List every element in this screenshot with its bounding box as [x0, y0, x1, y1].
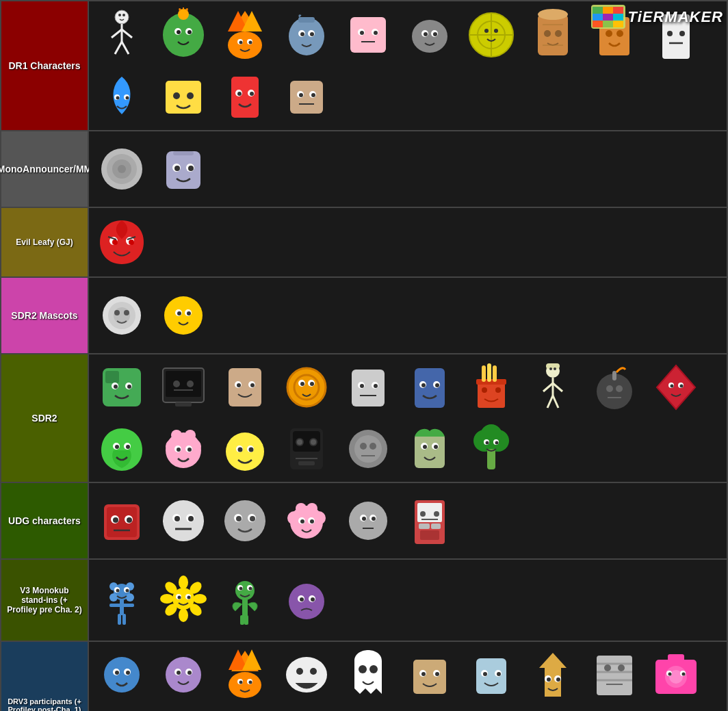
tiermaker-logo-text: TiERMAKER — [628, 8, 723, 26]
list-item — [461, 357, 521, 417]
svg-rect-151 — [546, 363, 560, 369]
svg-rect-248 — [419, 523, 430, 529]
svg-point-168 — [680, 385, 684, 388]
list-item — [400, 645, 460, 705]
svg-rect-249 — [431, 523, 441, 529]
svg-point-55 — [538, 9, 568, 20]
list-item — [153, 139, 213, 199]
svg-point-279 — [178, 596, 181, 599]
list-item — [400, 419, 460, 479]
list-item — [215, 491, 275, 551]
svg-point-20 — [177, 30, 181, 34]
svg-point-52 — [484, 29, 489, 33]
list-item — [276, 5, 337, 65]
tier-content-dr1: TiERMAKER — [89, 1, 727, 130]
svg-point-336 — [604, 664, 611, 671]
svg-point-196 — [354, 435, 382, 463]
list-item — [153, 645, 213, 705]
svg-line-155 — [547, 396, 553, 408]
svg-point-43 — [412, 20, 447, 53]
list-item — [400, 706, 460, 711]
svg-rect-250 — [420, 530, 439, 540]
svg-point-262 — [109, 593, 118, 602]
svg-rect-92 — [173, 151, 194, 155]
svg-rect-146 — [487, 363, 491, 382]
list-item — [276, 419, 337, 479]
svg-point-294 — [104, 657, 140, 693]
svg-point-293 — [311, 597, 315, 602]
list-item — [461, 706, 521, 711]
svg-point-192 — [311, 439, 316, 445]
list-item — [92, 139, 152, 199]
svg-rect-138 — [415, 368, 445, 408]
list-item — [276, 357, 337, 417]
svg-point-162 — [616, 385, 623, 392]
svg-rect-342 — [668, 654, 684, 662]
svg-point-346 — [682, 673, 686, 676]
tier-content-v3 — [89, 560, 727, 641]
svg-rect-1 — [603, 7, 613, 14]
svg-point-107 — [177, 311, 181, 315]
svg-point-207 — [480, 424, 502, 446]
svg-point-181 — [187, 448, 192, 452]
list-item — [338, 357, 398, 417]
svg-point-220 — [163, 500, 204, 541]
list-item — [276, 67, 337, 127]
list-item — [92, 285, 152, 346]
svg-point-135 — [360, 384, 364, 388]
svg-point-31 — [289, 17, 324, 55]
list-item — [215, 357, 275, 417]
svg-rect-259 — [122, 614, 126, 625]
svg-point-76 — [237, 92, 242, 96]
svg-rect-73 — [231, 77, 259, 118]
svg-point-30 — [249, 40, 252, 44]
list-item — [461, 645, 521, 705]
list-item — [92, 357, 152, 417]
svg-point-217 — [113, 517, 118, 523]
list-item — [153, 5, 213, 65]
tier-content-sdr2 — [89, 354, 727, 482]
svg-point-41 — [374, 31, 378, 35]
list-item — [523, 5, 583, 65]
list-item: 8 — [215, 706, 275, 711]
list-item — [338, 706, 398, 711]
list-item — [646, 645, 706, 705]
svg-point-157 — [549, 367, 552, 370]
svg-rect-117 — [175, 402, 192, 406]
svg-point-86 — [118, 165, 126, 173]
list-item — [276, 570, 337, 630]
svg-point-315 — [359, 665, 367, 673]
svg-point-266 — [116, 589, 120, 593]
list-item — [338, 5, 398, 65]
svg-point-118 — [173, 380, 180, 387]
svg-point-46 — [424, 32, 428, 36]
tier-content-udg — [89, 483, 727, 558]
svg-point-34 — [300, 32, 304, 36]
svg-point-251 — [420, 511, 426, 517]
svg-point-310 — [239, 681, 243, 684]
list-item — [338, 419, 398, 479]
svg-rect-87 — [166, 151, 200, 189]
svg-point-313 — [296, 668, 303, 675]
svg-point-40 — [360, 31, 364, 35]
svg-point-226 — [224, 500, 265, 541]
svg-point-161 — [606, 385, 613, 392]
tier-row-sdr2mascots: SDR2 Mascots — [1, 278, 727, 354]
svg-rect-283 — [240, 615, 244, 625]
svg-point-148 — [482, 387, 487, 393]
svg-point-35 — [310, 32, 314, 36]
list-item — [276, 706, 337, 711]
svg-rect-208 — [487, 449, 495, 469]
svg-point-16 — [122, 14, 125, 16]
svg-point-302 — [177, 671, 181, 675]
svg-point-90 — [174, 166, 180, 171]
svg-rect-4 — [603, 14, 613, 21]
svg-rect-332 — [597, 656, 632, 695]
svg-point-238 — [300, 519, 304, 523]
svg-point-212 — [495, 441, 499, 445]
svg-point-114 — [127, 385, 131, 389]
svg-point-182 — [226, 432, 264, 471]
svg-point-271 — [160, 594, 174, 604]
tier-content-mono — [89, 131, 727, 207]
svg-point-65 — [679, 31, 685, 36]
